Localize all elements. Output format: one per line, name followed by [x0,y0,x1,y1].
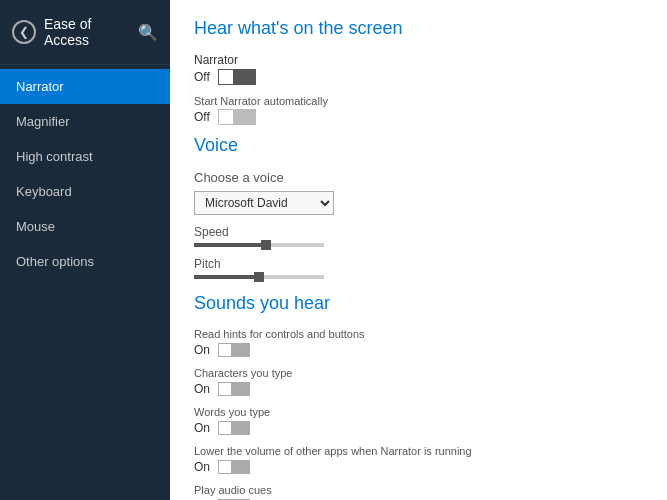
pitch-label: Pitch [194,257,643,271]
sidebar-nav: Narrator Magnifier High contrast Keyboar… [0,69,170,279]
choose-voice-row: Choose a voice Microsoft David [194,170,643,215]
sidebar-item-magnifier[interactable]: Magnifier [0,104,170,139]
narrator-row: Narrator Off [194,53,643,85]
narrator-toggle-thumb [219,70,233,84]
voice-section: Voice Choose a voice Microsoft David Spe… [194,135,643,279]
narrator-value: Off [194,70,210,84]
speed-slider-fill [194,243,266,247]
sounds-label-1: Characters you type [194,367,643,379]
start-narrator-label: Start Narrator automatically [194,95,643,107]
sidebar-title: Ease of Access [44,16,130,48]
sounds-setting-3: Lower the volume of other apps when Narr… [194,445,643,474]
sounds-setting-2: Words you type On [194,406,643,435]
sounds-toggle-2[interactable] [218,421,250,435]
start-narrator-value: Off [194,110,210,124]
sounds-section-title: Sounds you hear [194,293,643,314]
speed-slider-section: Speed [194,225,643,247]
sidebar-item-mouse[interactable]: Mouse [0,209,170,244]
sidebar-item-high-contrast[interactable]: High contrast [0,139,170,174]
sounds-value-2: On [194,421,210,435]
sounds-toggle-0[interactable] [218,343,250,357]
narrator-toggle[interactable] [218,69,256,85]
sounds-toggle-1[interactable] [218,382,250,396]
sounds-toggle-thumb-3 [219,461,231,473]
sounds-section: Sounds you hear Read hints for controls … [194,293,643,500]
start-narrator-toggle[interactable] [218,109,256,125]
start-narrator-toggle-thumb [219,110,233,124]
pitch-slider-track[interactable] [194,275,324,279]
sounds-toggle-thumb-2 [219,422,231,434]
sounds-setting-0: Read hints for controls and buttons On [194,328,643,357]
sounds-label-0: Read hints for controls and buttons [194,328,643,340]
speed-label: Speed [194,225,643,239]
voice-section-title: Voice [194,135,643,156]
sidebar: ❮ Ease of Access 🔍 Narrator Magnifier Hi… [0,0,170,500]
sounds-label-3: Lower the volume of other apps when Narr… [194,445,643,457]
sidebar-item-other-options[interactable]: Other options [0,244,170,279]
narrator-label: Narrator [194,53,256,67]
sounds-value-1: On [194,382,210,396]
sounds-toggle-thumb-0 [219,344,231,356]
choose-voice-label: Choose a voice [194,170,643,185]
start-narrator-row: Start Narrator automatically Off [194,95,643,125]
sidebar-header: ❮ Ease of Access 🔍 [0,0,170,65]
hear-section-title: Hear what's on the screen [194,18,643,39]
back-button[interactable]: ❮ [12,20,36,44]
sounds-label-4: Play audio cues [194,484,643,496]
sounds-toggle-3[interactable] [218,460,250,474]
sidebar-item-narrator[interactable]: Narrator [0,69,170,104]
search-button[interactable]: 🔍 [138,23,158,42]
sounds-value-3: On [194,460,210,474]
sounds-label-2: Words you type [194,406,643,418]
voice-select[interactable]: Microsoft David [194,191,334,215]
sounds-setting-4: Play audio cues On [194,484,643,500]
speed-slider-track[interactable] [194,243,324,247]
sidebar-item-keyboard[interactable]: Keyboard [0,174,170,209]
hear-section: Hear what's on the screen Narrator Off S… [194,18,643,125]
sounds-setting-1: Characters you type On [194,367,643,396]
speed-slider-thumb [261,240,271,250]
sounds-toggle-thumb-1 [219,383,231,395]
main-content: Hear what's on the screen Narrator Off S… [170,0,667,500]
pitch-slider-section: Pitch [194,257,643,279]
sounds-value-0: On [194,343,210,357]
pitch-slider-fill [194,275,259,279]
pitch-slider-thumb [254,272,264,282]
